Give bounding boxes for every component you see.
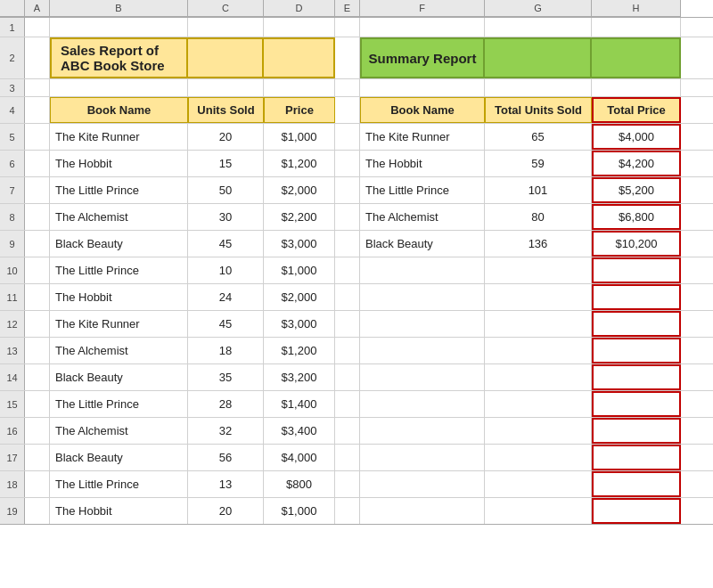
cell-h10 — [592, 257, 681, 283]
cell-h11 — [592, 284, 681, 310]
cell-c17: 56 — [188, 445, 264, 470]
cell-e14 — [335, 364, 360, 390]
rownum-7: 7 — [0, 177, 25, 203]
cell-e19 — [335, 498, 360, 524]
cell-d11: $2,000 — [264, 284, 335, 310]
left-header-price: Price — [264, 97, 335, 123]
spreadsheet: A B C D E F G H 1 2 Sales Report of ABC … — [0, 0, 713, 588]
cell-d15: $1,400 — [264, 391, 335, 417]
rownum-6: 6 — [0, 151, 25, 176]
row-7: 7The Little Prince50$2,000The Little Pri… — [0, 177, 713, 204]
main-title: Sales Report of ABC Book Store — [50, 37, 188, 78]
cell-h17 — [592, 445, 681, 470]
cell-b13: The Alchemist — [50, 338, 188, 363]
cell-f9: Black Beauty — [360, 231, 485, 257]
rownum-2: 2 — [0, 37, 25, 78]
cell-b8: The Alchemist — [50, 204, 188, 230]
col-header-g: G — [485, 0, 592, 17]
cell-b16: The Alchemist — [50, 418, 188, 444]
cell-e13 — [335, 338, 360, 363]
cell-e7 — [335, 177, 360, 203]
row-19: 19The Hobbit20$1,000 — [0, 498, 713, 525]
rownum-9: 9 — [0, 231, 25, 257]
cell-a11 — [25, 284, 50, 310]
cell-a3 — [25, 79, 50, 96]
cell-b1 — [50, 18, 188, 37]
cell-h14 — [592, 364, 681, 390]
cell-a9 — [25, 231, 50, 257]
rownum-19: 19 — [0, 498, 25, 524]
col-header-f: F — [360, 0, 485, 17]
cell-c15: 28 — [188, 391, 264, 417]
cell-g17 — [485, 445, 592, 470]
cell-c18: 13 — [188, 471, 264, 497]
cell-e15 — [335, 391, 360, 417]
cell-h19 — [592, 498, 681, 524]
cell-h3 — [592, 79, 681, 96]
row-17: 17Black Beauty56$4,000 — [0, 445, 713, 471]
row-11: 11The Hobbit24$2,000 — [0, 284, 713, 311]
cell-d9: $3,000 — [264, 231, 335, 257]
cell-e16 — [335, 418, 360, 444]
cell-c3 — [188, 79, 264, 96]
rownum-4: 4 — [0, 97, 25, 123]
cell-h5: $4,000 — [592, 124, 681, 150]
cell-f8: The Alchemist — [360, 204, 485, 230]
data-rows: 5The Kite Runner20$1,000The Kite Runner6… — [0, 124, 713, 525]
cell-g7: 101 — [485, 177, 592, 203]
cell-h16 — [592, 418, 681, 444]
cell-h6: $4,200 — [592, 151, 681, 176]
cell-d8: $2,200 — [264, 204, 335, 230]
cell-c19: 20 — [188, 498, 264, 524]
cell-f13 — [360, 338, 485, 363]
cell-a18 — [25, 471, 50, 497]
cell-f15 — [360, 391, 485, 417]
rownum-16: 16 — [0, 418, 25, 444]
cell-g14 — [485, 364, 592, 390]
col-header-e: E — [335, 0, 360, 17]
cell-e3 — [335, 79, 360, 96]
cell-h9: $10,200 — [592, 231, 681, 257]
cell-g12 — [485, 311, 592, 337]
cell-d2 — [264, 37, 335, 78]
cell-b5: The Kite Runner — [50, 124, 188, 150]
cell-c11: 24 — [188, 284, 264, 310]
col-header-a: A — [25, 0, 50, 17]
cell-g5: 65 — [485, 124, 592, 150]
rownum-13: 13 — [0, 338, 25, 363]
cell-e1 — [335, 18, 360, 37]
cell-a1 — [25, 18, 50, 37]
rownum-11: 11 — [0, 284, 25, 310]
row-2: 2 Sales Report of ABC Book Store Summary… — [0, 37, 713, 79]
cell-a8 — [25, 204, 50, 230]
cell-f6: The Hobbit — [360, 151, 485, 176]
cell-a7 — [25, 177, 50, 203]
right-header-price: Total Price — [592, 97, 681, 123]
rownum-10: 10 — [0, 257, 25, 283]
summary-title: Summary Report — [360, 37, 485, 78]
row-16: 16The Alchemist32$3,400 — [0, 418, 713, 445]
cell-h8: $6,800 — [592, 204, 681, 230]
cell-g1 — [485, 18, 592, 37]
row-12: 12The Kite Runner45$3,000 — [0, 311, 713, 338]
cell-a2 — [25, 37, 50, 78]
cell-h12 — [592, 311, 681, 337]
cell-c8: 30 — [188, 204, 264, 230]
cell-g13 — [485, 338, 592, 363]
cell-b3 — [50, 79, 188, 96]
cell-f16 — [360, 418, 485, 444]
cell-d12: $3,000 — [264, 311, 335, 337]
cell-a12 — [25, 311, 50, 337]
cell-a19 — [25, 498, 50, 524]
cell-b19: The Hobbit — [50, 498, 188, 524]
row-10: 10The Little Prince10$1,000 — [0, 257, 713, 284]
cell-h13 — [592, 338, 681, 363]
cell-f18 — [360, 471, 485, 497]
cell-h1 — [592, 18, 681, 37]
cell-f1 — [360, 18, 485, 37]
row-14: 14Black Beauty35$3,200 — [0, 364, 713, 391]
cell-e11 — [335, 284, 360, 310]
col-header-c: C — [188, 0, 264, 17]
cell-e12 — [335, 311, 360, 337]
cell-e17 — [335, 445, 360, 470]
